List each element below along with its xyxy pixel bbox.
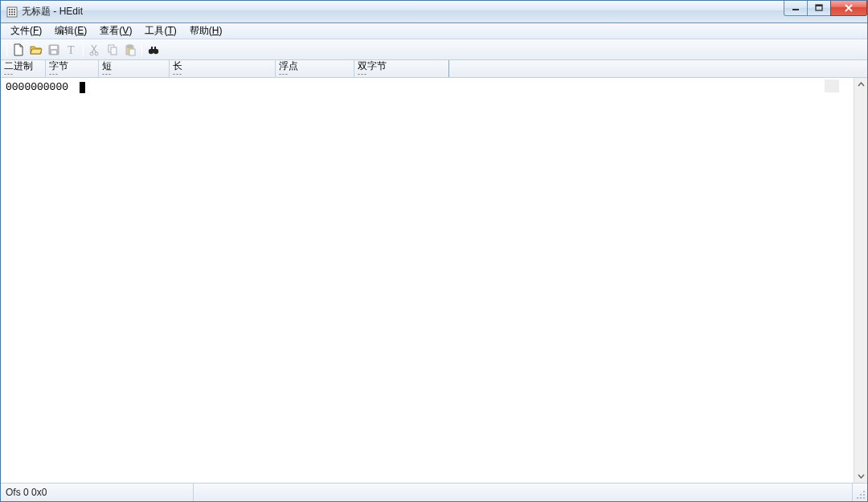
- open-file-button[interactable]: [27, 41, 45, 59]
- svg-point-32: [857, 497, 858, 499]
- svg-rect-3: [14, 9, 15, 10]
- svg-point-31: [863, 494, 865, 496]
- new-file-button[interactable]: [10, 41, 27, 59]
- svg-rect-22: [128, 45, 132, 47]
- info-short-value: ---: [102, 71, 169, 77]
- svg-rect-28: [152, 49, 155, 51]
- resize-grip[interactable]: [853, 484, 867, 501]
- svg-text:T: T: [68, 44, 75, 56]
- vertical-scrollbar[interactable]: [854, 78, 867, 483]
- info-long: 长 ---: [170, 60, 276, 77]
- text-cursor: [80, 82, 85, 93]
- save-button[interactable]: [45, 41, 63, 59]
- app-window: 无标题 - HEdit 文件(F) 编辑(E) 查看(V) 工具(T) 帮助(H…: [0, 0, 868, 502]
- find-button[interactable]: [145, 41, 162, 59]
- window-title: 无标题 - HEdit: [22, 5, 83, 18]
- status-spacer: [194, 484, 853, 501]
- status-offset: Ofs 0 0x0: [1, 484, 194, 501]
- info-long-value: ---: [173, 71, 275, 77]
- info-byte-value: ---: [49, 71, 98, 77]
- chevron-up-icon: [858, 81, 865, 88]
- info-binary: 二进制 ---: [1, 60, 46, 77]
- info-long-label: 长: [173, 61, 275, 71]
- info-float: 浮点 ---: [276, 60, 354, 77]
- svg-rect-10: [792, 9, 799, 10]
- toolbar-separator: [141, 43, 142, 57]
- offset-column: 0000000000: [6, 81, 68, 93]
- open-folder-icon: [30, 43, 43, 56]
- info-byte-label: 字节: [49, 61, 98, 71]
- copy-button[interactable]: [104, 41, 121, 59]
- svg-rect-12: [816, 5, 822, 6]
- scroll-up-button[interactable]: [854, 78, 867, 92]
- hex-editor[interactable]: 0000000000: [1, 78, 854, 483]
- app-icon: [6, 6, 18, 18]
- paste-icon: [124, 43, 137, 56]
- svg-rect-8: [11, 14, 13, 15]
- editor-marker: [825, 80, 839, 92]
- scroll-track[interactable]: [854, 92, 867, 469]
- status-offset-text: Ofs 0 0x0: [6, 487, 47, 498]
- close-icon: [844, 4, 854, 12]
- menu-file[interactable]: 文件(F): [4, 22, 48, 39]
- text-mode-button[interactable]: T: [63, 41, 80, 59]
- info-float-label: 浮点: [279, 61, 354, 71]
- svg-point-34: [863, 491, 865, 492]
- svg-rect-9: [14, 14, 15, 15]
- svg-rect-15: [51, 51, 56, 54]
- svg-rect-20: [111, 47, 117, 55]
- toolbar-separator: [6, 43, 7, 57]
- svg-rect-5: [11, 11, 13, 13]
- menu-tools[interactable]: 工具(T): [138, 22, 182, 39]
- info-binary-label: 二进制: [4, 61, 45, 71]
- menu-bar: 文件(F) 编辑(E) 查看(V) 工具(T) 帮助(H): [1, 23, 867, 39]
- title-bar[interactable]: 无标题 - HEdit: [1, 1, 867, 23]
- svg-rect-2: [11, 9, 13, 10]
- toolbar-separator: [83, 43, 84, 57]
- content-area: 0000000000: [1, 78, 867, 484]
- info-double-value: ---: [358, 71, 448, 77]
- svg-rect-4: [9, 11, 10, 13]
- svg-rect-14: [51, 46, 57, 49]
- text-icon: T: [65, 43, 78, 56]
- chevron-down-icon: [858, 472, 865, 480]
- new-file-icon: [12, 43, 25, 56]
- close-button[interactable]: [830, 1, 867, 16]
- svg-rect-23: [129, 49, 135, 55]
- window-controls: [784, 1, 867, 16]
- save-icon: [47, 43, 60, 56]
- menu-help[interactable]: 帮助(H): [183, 22, 229, 39]
- maximize-button[interactable]: [807, 1, 831, 16]
- copy-icon: [106, 43, 119, 56]
- menu-edit[interactable]: 编辑(E): [48, 22, 93, 39]
- info-float-value: ---: [279, 71, 354, 77]
- svg-rect-7: [9, 14, 10, 15]
- menu-view[interactable]: 查看(V): [93, 22, 138, 39]
- cut-button[interactable]: [86, 41, 104, 59]
- svg-point-30: [860, 497, 862, 499]
- info-short-label: 短: [102, 61, 169, 71]
- info-double: 双字节 ---: [354, 60, 449, 77]
- info-bar: 二进制 --- 字节 --- 短 --- 长 --- 浮点 --- 双字节 --…: [1, 60, 867, 78]
- minimize-button[interactable]: [784, 1, 808, 16]
- minimize-icon: [792, 4, 800, 12]
- resize-grip-icon: [856, 490, 866, 500]
- svg-rect-6: [14, 11, 15, 13]
- toolbar: T: [1, 39, 867, 60]
- svg-point-33: [860, 494, 862, 496]
- cut-icon: [88, 43, 101, 56]
- status-bar: Ofs 0 0x0: [1, 484, 867, 501]
- svg-rect-1: [9, 9, 10, 10]
- maximize-icon: [815, 4, 823, 12]
- paste-button[interactable]: [121, 41, 139, 59]
- info-byte: 字节 ---: [46, 60, 99, 77]
- svg-point-29: [863, 497, 865, 499]
- info-double-label: 双字节: [358, 61, 448, 71]
- info-short: 短 ---: [99, 60, 170, 77]
- binoculars-icon: [147, 43, 160, 56]
- scroll-down-button[interactable]: [854, 469, 867, 483]
- info-binary-value: ---: [4, 71, 45, 77]
